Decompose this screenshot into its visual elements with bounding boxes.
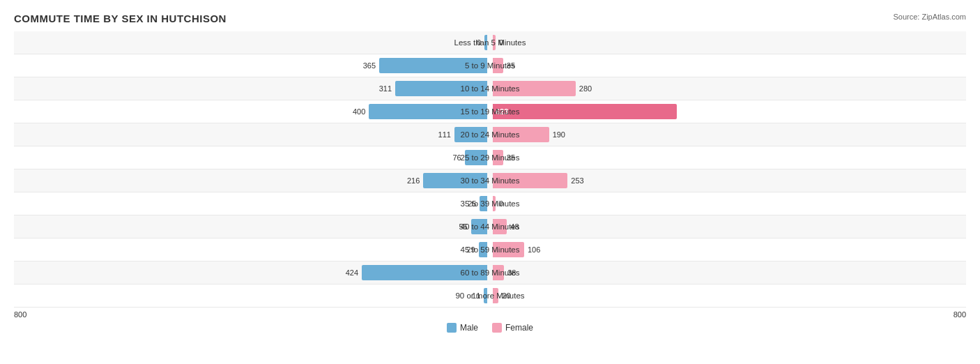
male-value: 424 <box>346 268 358 277</box>
male-bar: 365 <box>379 58 487 73</box>
female-bar: 280 <box>493 81 576 96</box>
left-section: 11 <box>14 285 490 307</box>
female-bar: 35 <box>493 58 503 73</box>
legend: Male Female <box>14 323 966 333</box>
male-bar: 0 <box>484 35 487 50</box>
left-section: 25 <box>14 192 490 215</box>
male-bar: 311 <box>395 81 487 96</box>
male-value: 11 <box>472 291 480 300</box>
male-value: 365 <box>363 61 376 70</box>
axis-left: 800 <box>14 310 26 319</box>
right-section: 35 <box>490 54 966 77</box>
rows-wrapper: 0Less than 5 Minutes03655 to 9 Minutes35… <box>14 31 966 308</box>
bar-row: 5540 to 44 Minutes48 <box>14 215 966 238</box>
chart-container: COMMUTE TIME BY SEX IN HUTCHISON Source:… <box>0 0 980 364</box>
male-bar: 29 <box>479 242 487 257</box>
right-section: 0 <box>490 31 966 54</box>
axis-labels: 800 800 <box>14 310 966 319</box>
male-bar: 216 <box>423 173 487 188</box>
male-value: 0 <box>477 38 481 47</box>
right-section: 190 <box>490 123 966 146</box>
male-value: 216 <box>407 176 420 185</box>
bar-row: 7625 to 29 Minutes35 <box>14 146 966 169</box>
male-bar: 424 <box>362 265 487 280</box>
male-bar: 11 <box>484 288 487 303</box>
female-value: 190 <box>553 130 565 139</box>
source-text: Source: ZipAtlas.com <box>893 13 966 21</box>
bar-row: 21630 to 34 Minutes253 <box>14 169 966 192</box>
female-value: 20 <box>502 291 510 300</box>
female-bar: 35 <box>493 150 503 165</box>
male-value: 400 <box>353 107 365 116</box>
female-value: 106 <box>528 245 540 254</box>
male-value: 55 <box>459 222 467 231</box>
male-value: 311 <box>379 84 392 93</box>
right-section: 35 <box>490 146 966 169</box>
right-section: 106 <box>490 238 966 261</box>
female-bar: 253 <box>493 173 567 188</box>
left-section: 76 <box>14 146 490 169</box>
right-section: 48 <box>490 215 966 238</box>
right-section: 20 <box>490 285 966 307</box>
bar-row: 1190 or more Minutes20 <box>14 285 966 308</box>
axis-right: 800 <box>954 310 966 319</box>
left-section: 55 <box>14 215 490 238</box>
right-section: 280 <box>490 77 966 100</box>
bar-row: 40015 to 19 Minutes623 <box>14 100 966 123</box>
left-section: 111 <box>14 123 490 146</box>
left-section: 29 <box>14 238 490 261</box>
right-section: 623 <box>490 100 966 123</box>
male-value: 76 <box>453 153 461 162</box>
male-value: 111 <box>438 130 451 139</box>
female-value: 35 <box>507 153 515 162</box>
bar-row: 2945 to 59 Minutes106 <box>14 238 966 261</box>
right-section: 253 <box>490 169 966 192</box>
male-value: 29 <box>466 245 475 254</box>
legend-female-label: Female <box>505 323 533 333</box>
female-value: 38 <box>507 268 516 277</box>
bar-row: 42460 to 89 Minutes38 <box>14 261 966 285</box>
bar-row: 11120 to 24 Minutes190 <box>14 123 966 146</box>
female-bar: 623 <box>493 104 677 119</box>
male-bar: 76 <box>465 150 487 165</box>
left-section: 311 <box>14 77 490 100</box>
legend-female: Female <box>492 323 533 333</box>
bar-row: 31110 to 14 Minutes280 <box>14 77 966 100</box>
male-bar: 55 <box>471 219 487 234</box>
legend-male: Male <box>447 323 478 333</box>
male-bar: 111 <box>454 127 487 142</box>
female-bar: 0 <box>493 35 496 50</box>
left-section: 424 <box>14 261 490 284</box>
bar-row: 2535 to 39 Minutes0 <box>14 192 966 215</box>
female-value: 35 <box>507 61 515 70</box>
female-bar: 190 <box>493 127 549 142</box>
female-bar: 48 <box>493 219 507 234</box>
female-bar: 20 <box>493 288 498 303</box>
left-section: 216 <box>14 169 490 192</box>
left-section: 400 <box>14 100 490 123</box>
legend-female-box <box>492 323 502 333</box>
male-bar: 400 <box>369 104 487 119</box>
female-value: 280 <box>579 84 592 93</box>
right-section: 38 <box>490 261 966 284</box>
left-section: 365 <box>14 54 490 77</box>
female-value: 623 <box>496 107 508 116</box>
female-bar: 38 <box>493 265 504 280</box>
bar-row: 3655 to 9 Minutes35 <box>14 54 966 77</box>
male-value: 25 <box>468 199 476 208</box>
female-value: 0 <box>499 199 503 208</box>
chart-title: COMMUTE TIME BY SEX IN HUTCHISON <box>14 13 966 24</box>
female-bar: 106 <box>493 242 524 257</box>
female-value: 0 <box>499 38 503 47</box>
female-value: 48 <box>510 222 519 231</box>
legend-male-box <box>447 323 457 333</box>
male-bar: 25 <box>480 196 487 211</box>
female-value: 253 <box>571 176 583 185</box>
legend-male-label: Male <box>460 323 478 333</box>
left-section: 0 <box>14 31 490 54</box>
right-section: 0 <box>490 192 966 215</box>
female-bar: 0 <box>493 196 496 211</box>
bar-row: 0Less than 5 Minutes0 <box>14 31 966 54</box>
